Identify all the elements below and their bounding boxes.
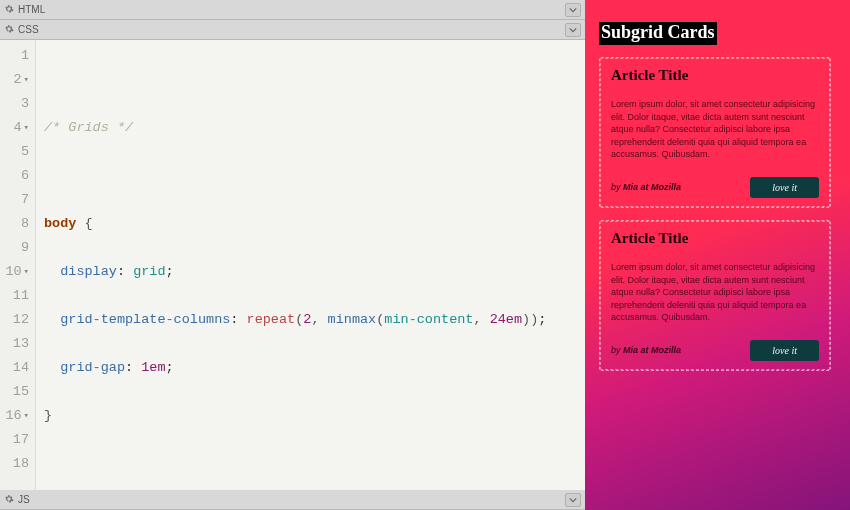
preview-card: Article Title Lorem ipsum dolor, sit ame… <box>599 57 831 208</box>
collapse-html-button[interactable] <box>565 3 581 17</box>
editor-column: HTML CSS 1 2▾ 3 4▾ 5 6 7 8 9 10▾ 11 <box>0 0 585 510</box>
panel-header-html[interactable]: HTML <box>0 0 585 20</box>
card-body: Lorem ipsum dolor, sit amet consectetur … <box>601 255 829 334</box>
code-content[interactable]: /* Grids */ body { display: grid; grid-t… <box>36 40 554 490</box>
fold-arrow-icon[interactable]: ▾ <box>24 116 29 140</box>
chevron-down-icon <box>569 6 577 14</box>
preview-heading: Subgrid Cards <box>599 22 717 45</box>
panel-label-js: JS <box>18 494 30 505</box>
panel-label-html: HTML <box>18 4 45 15</box>
chevron-down-icon <box>569 26 577 34</box>
love-it-button[interactable]: love it <box>750 177 819 198</box>
panel-header-js[interactable]: JS <box>0 490 585 510</box>
panel-label-css: CSS <box>18 24 39 35</box>
panel-header-css[interactable]: CSS <box>0 20 585 40</box>
css-editor[interactable]: 1 2▾ 3 4▾ 5 6 7 8 9 10▾ 11 12 13 14 15 1… <box>0 40 585 490</box>
love-it-button[interactable]: love it <box>750 340 819 361</box>
fold-arrow-icon[interactable]: ▾ <box>24 260 29 284</box>
line-gutter: 1 2▾ 3 4▾ 5 6 7 8 9 10▾ 11 12 13 14 15 1… <box>0 40 36 490</box>
card-body: Lorem ipsum dolor, sit amet consectetur … <box>601 92 829 171</box>
gear-icon <box>4 24 14 36</box>
chevron-down-icon <box>569 496 577 504</box>
card-title: Article Title <box>601 59 829 92</box>
fold-arrow-icon[interactable]: ▾ <box>24 68 29 92</box>
card-title: Article Title <box>601 222 829 255</box>
preview-pane: Subgrid Cards Article Title Lorem ipsum … <box>585 0 850 510</box>
collapse-js-button[interactable] <box>565 493 581 507</box>
preview-card: Article Title Lorem ipsum dolor, sit ame… <box>599 220 831 371</box>
collapse-css-button[interactable] <box>565 23 581 37</box>
fold-arrow-icon[interactable]: ▾ <box>24 404 29 428</box>
card-byline: by Mia at Mozilla <box>611 182 681 192</box>
card-byline: by Mia at Mozilla <box>611 345 681 355</box>
gear-icon <box>4 494 14 506</box>
gear-icon <box>4 4 14 16</box>
